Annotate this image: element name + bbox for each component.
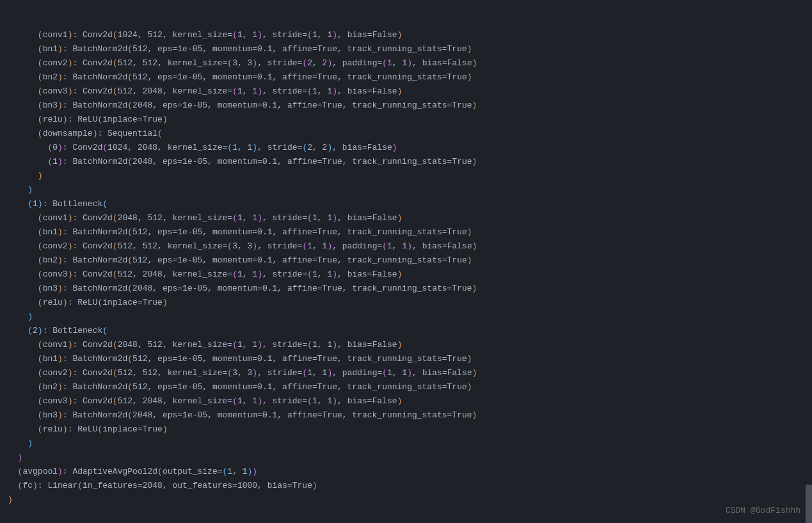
code-line: (1): Bottleneck(	[8, 197, 804, 211]
code-line: (conv1): Conv2d(1024, 512, kernel_size=(…	[8, 28, 804, 42]
code-line: )	[8, 310, 804, 324]
code-line: (relu): ReLU(inplace=True)	[8, 296, 804, 310]
code-line: (conv2): Conv2d(512, 512, kernel_size=(3…	[8, 56, 804, 70]
code-line: (conv1): Conv2d(2048, 512, kernel_size=(…	[8, 338, 804, 352]
code-line: (conv3): Conv2d(512, 2048, kernel_size=(…	[8, 394, 804, 408]
code-line: (conv3): Conv2d(512, 2048, kernel_size=(…	[8, 268, 804, 282]
code-line: (conv1): Conv2d(2048, 512, kernel_size=(…	[8, 211, 804, 225]
code-line: (conv3): Conv2d(512, 2048, kernel_size=(…	[8, 84, 804, 99]
code-line: )	[8, 493, 804, 507]
code-line: (bn1): BatchNorm2d(512, eps=1e-05, momen…	[8, 225, 804, 239]
code-line: (2): Bottleneck(	[8, 324, 804, 338]
code-line: (bn3): BatchNorm2d(2048, eps=1e-05, mome…	[8, 282, 804, 296]
code-line: (bn2): BatchNorm2d(512, eps=1e-05, momen…	[8, 70, 804, 84]
code-line: (avgpool): AdaptiveAvgPool2d(output_size…	[8, 465, 804, 479]
code-line: (conv2): Conv2d(512, 512, kernel_size=(3…	[8, 366, 804, 380]
vertical-scrollbar[interactable]	[806, 0, 812, 523]
code-line: (relu): ReLU(inplace=True)	[8, 422, 804, 437]
watermark: CSDN @GodFishhh	[726, 504, 800, 518]
code-line: (bn3): BatchNorm2d(2048, eps=1e-05, mome…	[8, 99, 804, 113]
code-line: (bn2): BatchNorm2d(512, eps=1e-05, momen…	[8, 380, 804, 394]
code-line: (bn2): BatchNorm2d(512, eps=1e-05, momen…	[8, 253, 804, 268]
code-line: (1): BatchNorm2d(2048, eps=1e-05, moment…	[8, 155, 804, 169]
scrollbar-thumb[interactable]	[806, 485, 812, 523]
code-line: (bn3): BatchNorm2d(2048, eps=1e-05, mome…	[8, 408, 804, 422]
code-line: (bn1): BatchNorm2d(512, eps=1e-05, momen…	[8, 42, 804, 56]
code-line: (downsample): Sequential(	[8, 127, 804, 141]
code-block: (conv1): Conv2d(1024, 512, kernel_size=(…	[8, 28, 804, 507]
console-output: (conv1): Conv2d(1024, 512, kernel_size=(…	[0, 0, 812, 523]
code-line: (relu): ReLU(inplace=True)	[8, 113, 804, 127]
code-line: (0): Conv2d(1024, 2048, kernel_size=(1, …	[8, 141, 804, 155]
code-line: )	[8, 169, 804, 183]
code-line: )	[8, 183, 804, 197]
code-line: (conv2): Conv2d(512, 512, kernel_size=(3…	[8, 239, 804, 253]
code-line: )	[8, 437, 804, 451]
code-line: )	[8, 451, 804, 465]
code-line: (fc): Linear(in_features=2048, out_featu…	[8, 479, 804, 493]
code-line: (bn1): BatchNorm2d(512, eps=1e-05, momen…	[8, 352, 804, 366]
